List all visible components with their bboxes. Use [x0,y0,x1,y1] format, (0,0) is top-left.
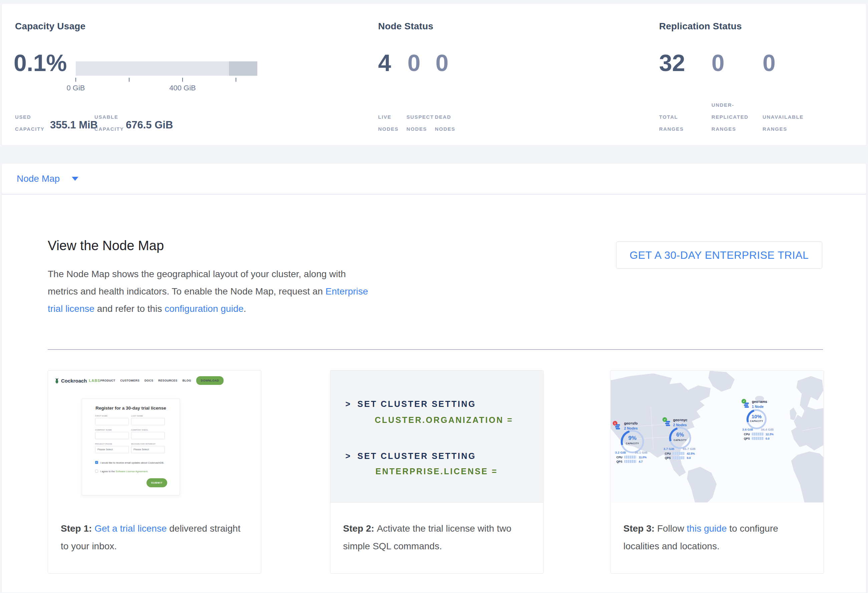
site-nav-item: BLOG [183,379,191,382]
checkbox-label: I agree to the Software License Agreemen… [100,470,174,473]
qps-value: 0.0 [766,437,769,440]
this-guide-link[interactable]: this guide [687,523,727,534]
capacity-total-gib: 65.7 GiB [683,447,695,450]
capacity-used-percent: 0.1% [14,50,67,77]
cpu-sparkline [673,452,685,455]
capacity-usage-title: Capacity Usage [15,21,86,32]
qps-value: 0.0 [687,456,691,460]
enterprise-trial-license-link[interactable]: Enterprise [325,286,368,296]
qps-label: QPS [616,460,622,463]
sql-statement: SET CLUSTER SETTING [357,399,476,409]
sql-prompt: > [345,399,351,409]
sql-prompt: > [345,451,351,461]
field-label: FIRST NAME [95,415,108,417]
live-nodes-label: LIVE NODES [378,111,399,135]
field-label: COMPANY NAME [95,429,112,431]
sql-setting: ENTERPRISE.LICENSE = [375,466,498,476]
brand-name: Cockroach [61,378,87,384]
get-trial-license-link[interactable]: Get a trial license [94,523,167,534]
qps-label: QPS [744,437,750,440]
text-input [95,418,129,425]
dead-nodes-count: 0 [435,50,449,77]
enterprise-trial-license-link[interactable]: trial license [48,303,94,314]
cluster-summary-bar: Capacity Usage 0.1% 0 GiB 400 GiB USED C… [1,3,867,146]
qps-sparkline [673,456,685,459]
cpu-sparkline [752,433,764,436]
database-icon [744,403,750,408]
used-capacity-label: USED CAPACITY [15,111,44,135]
unavailable-label: UNAVAILABLE RANGES [763,111,804,135]
field-label: LAST NAME [131,415,143,417]
capacity-label: CAPACITY [669,439,691,441]
axis-tick [75,78,76,82]
cockroach-icon [55,378,59,384]
view-selector-dropdown[interactable]: Node Map [1,163,867,194]
qps-sparkline [752,437,764,440]
locality-name: geo=nyc [673,418,688,422]
locality-node-count: 2 Nodes [624,426,638,430]
node-map-preview-image: 1 geo=sfo 2 Nodes 9% CAPACITY 3.2 GiB 35… [611,371,824,503]
locality-node-count: 1 Node [752,405,763,409]
field-label: COMPANY EMAIL [131,429,148,431]
axis-tick-label: 400 GiB [162,84,202,93]
text-input [95,432,129,439]
field-label: PROJECT PHASE [95,443,112,445]
chevron-down-icon[interactable] [72,177,78,181]
usable-capacity-label: USABLE CAPACITY [94,111,124,135]
cpu-value: 11.0% [639,456,647,459]
step-3-caption: Step 3: Follow this guide to configure l… [611,503,824,573]
sql-setting: CLUSTER.ORGANIZATION = [375,415,513,425]
replication-status-title: Replication Status [659,21,742,32]
get-enterprise-trial-button[interactable]: GET A 30-DAY ENTERPRISE TRIAL [616,241,822,269]
promo-line-2: metrics and health indicators. To enable… [48,286,325,296]
suspect-nodes-count: 0 [407,50,421,77]
capacity-bar [76,61,257,76]
capacity-label: CAPACITY [747,420,766,422]
cpu-value: 42.5% [687,452,695,455]
step-3-card: 1 geo=sfo 2 Nodes 9% CAPACITY 3.2 GiB 35… [610,370,824,574]
configuration-guide-link[interactable]: configuration guide [164,303,244,314]
step-number: Step 3: [623,523,657,534]
checkbox-unchecked [95,469,98,472]
site-nav-item: CUSTOMERS [120,379,139,382]
cpu-label: CPU [616,456,622,459]
capacity-total-gib: 35.1 GiB [635,450,647,454]
view-selector-label[interactable]: Node Map [17,174,60,184]
checkbox-checked: ✓ [95,461,98,464]
axis-tick-label: 0 GiB [56,84,96,93]
submit-button: SUBMIT [146,478,167,487]
qps-value: 4.7 [639,460,643,463]
step-number: Step 1: [61,523,94,534]
database-icon [665,421,671,426]
capacity-percent: 6% [669,432,691,438]
promo-description: The Node Map shows the geographical layo… [48,265,375,318]
total-ranges-count: 32 [659,50,685,77]
live-nodes-count: 4 [378,50,391,77]
under-replicated-count: 0 [712,50,725,77]
node-map-promo-panel: View the Node Map The Node Map shows the… [1,194,867,593]
form-title: Register for a 30-day trial license [82,406,180,411]
text-input [131,432,165,439]
select-input: Please Select [95,446,129,453]
locality-name: geo=ams [752,400,767,403]
axis-tick [236,78,236,82]
capacity-used-gib: 3.2 GiB [615,450,626,454]
locality-name: geo=sfo [624,421,638,425]
cpu-sparkline [624,456,636,459]
axis-tick [182,78,183,82]
sql-statement: SET CLUSTER SETTING [357,451,476,461]
license-agreement-link: Software License Agreement. [115,470,148,473]
under-replicated-label: UNDER- REPLICATED RANGES [712,99,748,135]
site-nav-item: PRODUCT [100,379,115,382]
promo-line-3-end: . [244,303,246,314]
section-divider [48,349,823,350]
capacity-label: CAPACITY [621,442,644,444]
suspect-nodes-label: SUSPECT NODES [406,111,434,135]
unavailable-count: 0 [763,50,775,77]
site-nav-item: DOCS [145,379,153,382]
checkbox-label: I would like to receive email updates ab… [100,461,174,464]
total-ranges-label: TOTAL RANGES [659,111,684,135]
step-text: Follow [657,523,687,534]
field-label: REASON FOR INTEREST [131,443,155,445]
axis-tick [129,78,130,82]
